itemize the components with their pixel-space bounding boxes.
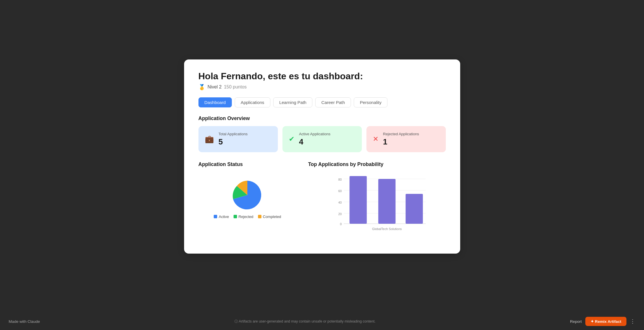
check-icon: ✔ — [289, 135, 295, 143]
bar-2 — [378, 179, 395, 224]
pie-chart-placeholder: Active Rejected Completed — [198, 172, 297, 219]
tabs-container: Dashboard Applications Learning Path Car… — [198, 97, 446, 107]
legend: Active Rejected Completed — [214, 215, 281, 219]
bar-chart-svg: 80 60 40 20 0 — [320, 175, 446, 232]
legend-active-label: Active — [219, 215, 229, 219]
legend-completed: Completed — [258, 215, 281, 219]
stat-cards: 💼 Total Applications 5 ✔ Active Applicat… — [198, 126, 446, 152]
report-button[interactable]: Report — [570, 319, 582, 324]
tab-personality[interactable]: Personality — [354, 97, 387, 107]
more-button[interactable]: ⋮ — [630, 318, 635, 325]
bar-chart-area: 80 60 40 20 0 — [308, 172, 446, 242]
stat-card-active: ✔ Active Applications 4 — [282, 126, 362, 152]
svg-text:80: 80 — [338, 178, 342, 181]
rejected-value: 1 — [383, 137, 419, 146]
stat-info-rejected: Rejected Applications 1 — [383, 132, 419, 146]
footer-disclaimer: ⓘ Artifacts are user-generated and may c… — [40, 319, 570, 324]
tab-applications[interactable]: Applications — [235, 97, 270, 107]
page-title: Hola Fernando, este es tu dashboard: — [198, 71, 446, 82]
bar-3 — [406, 194, 423, 224]
legend-dot-rejected — [234, 215, 237, 218]
svg-text:60: 60 — [338, 189, 342, 193]
tab-dashboard[interactable]: Dashboard — [198, 97, 232, 107]
pie-chart-svg — [230, 178, 265, 212]
dashboard-card: Hola Fernando, este es tu dashboard: 🥇 N… — [184, 59, 460, 254]
overview-title: Application Overview — [198, 115, 446, 121]
stat-card-total: 💼 Total Applications 5 — [198, 126, 278, 152]
rejected-label: Rejected Applications — [383, 132, 419, 136]
legend-dot-completed — [258, 215, 261, 218]
level-row: 🥇 Nivel 2 150 puntos — [198, 84, 446, 90]
legend-active: Active — [214, 215, 229, 219]
bottom-section: Application Status Active — [198, 161, 446, 242]
footer-right: Report ✦ Remix Artifact ⋮ — [570, 317, 635, 326]
legend-dot-active — [214, 215, 217, 218]
footer-made-with: Made with Claude — [9, 319, 40, 324]
legend-rejected-label: Rejected — [238, 215, 253, 219]
active-label: Active Applications — [299, 132, 330, 136]
legend-rejected: Rejected — [234, 215, 253, 219]
active-value: 4 — [299, 137, 330, 146]
tab-learning-path[interactable]: Learning Path — [273, 97, 313, 107]
footer-bar: Made with Claude ⓘ Artifacts are user-ge… — [0, 313, 644, 330]
stat-card-rejected: ✕ Rejected Applications 1 — [366, 126, 446, 152]
app-status-section: Application Status Active — [198, 161, 297, 242]
remix-button[interactable]: ✦ Remix Artifact — [585, 317, 626, 326]
legend-completed-label: Completed — [263, 215, 281, 219]
total-value: 5 — [219, 137, 248, 146]
bar-chart-section: Top Applications by Probability 80 60 40… — [308, 161, 446, 242]
tab-career-path[interactable]: Career Path — [315, 97, 351, 107]
app-status-title: Application Status — [198, 161, 297, 167]
level-icon: 🥇 — [198, 84, 205, 90]
bar-1 — [349, 176, 367, 224]
stat-info-total: Total Applications 5 — [219, 132, 248, 146]
briefcase-icon: 💼 — [205, 135, 214, 143]
svg-text:40: 40 — [338, 201, 342, 204]
total-label: Total Applications — [219, 132, 248, 136]
level-text: Nivel 2 — [208, 84, 222, 90]
points-text: 150 puntos — [224, 84, 246, 90]
bar-chart-title: Top Applications by Probability — [308, 161, 446, 167]
svg-text:0: 0 — [340, 222, 342, 226]
stat-info-active: Active Applications 4 — [299, 132, 330, 146]
svg-text:20: 20 — [338, 212, 342, 216]
x-circle-icon: ✕ — [373, 135, 379, 143]
svg-text:GlobalTech Solutions: GlobalTech Solutions — [372, 227, 402, 231]
